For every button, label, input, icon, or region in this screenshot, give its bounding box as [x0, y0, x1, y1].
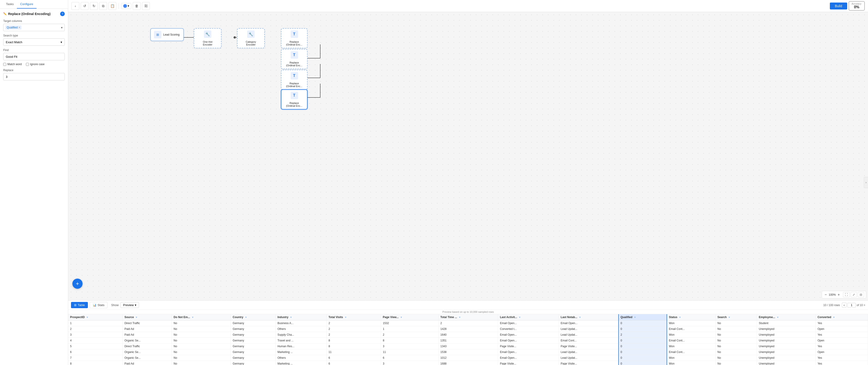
table-row: 6Organic Se...NoGermanyMarketing ...1111…: [68, 349, 868, 355]
zoom-extra: ⛶ ⤢ ⊟: [843, 292, 864, 297]
table-cell: Unemployed: [757, 361, 815, 365]
find-input[interactable]: [3, 53, 65, 60]
qualified-tag: Qualified ×: [5, 25, 22, 30]
node-one-hot[interactable]: 🔧 One HotEncoder: [194, 28, 221, 48]
lead-scoring-label: Lead Scoring: [163, 33, 180, 36]
table-cell: 1640: [438, 332, 498, 338]
target-columns-input[interactable]: Qualified × ▾: [3, 24, 65, 31]
canvas-area[interactable]: ⊞ Lead Scoring 🔧 One HotEncoder 🔧 Catego…: [68, 12, 868, 300]
expand-btn[interactable]: ⤢: [851, 292, 857, 297]
table-cell: 6: [68, 349, 123, 355]
node-replace-enc-1[interactable]: T Replace(Ordinal Enc...: [281, 28, 308, 48]
export-btn[interactable]: ⊟: [858, 292, 864, 297]
replace-label: Replace: [3, 69, 65, 72]
table-row: 1Direct TrafficNoGermanyBusiness A...215…: [68, 321, 868, 326]
col-header-lastnotable[interactable]: Last Notab... ▼: [559, 314, 618, 321]
delete-btn[interactable]: 🗑: [133, 2, 141, 10]
replace-input[interactable]: [3, 73, 65, 80]
node-lead-scoring[interactable]: ⊞ Lead Scoring: [150, 28, 184, 41]
col-header-country[interactable]: Country ▼: [231, 314, 276, 321]
table-cell: Germany: [231, 349, 276, 355]
fit-view-btn[interactable]: ⛶: [843, 292, 850, 297]
panel-title-row: ✏️ Replace (Ordinal Encoding) ?: [3, 11, 65, 16]
page-input[interactable]: [847, 303, 856, 307]
col-header-employment[interactable]: Employme... ▼: [757, 314, 815, 321]
tag-remove[interactable]: ×: [19, 26, 20, 29]
search-type-arrow: ▾: [61, 40, 62, 44]
toolbar-sep: [119, 3, 119, 9]
col-header-totalvisits[interactable]: Total Visits ▼: [327, 314, 381, 321]
col-header-qualified[interactable]: Qualified ▼: [619, 314, 667, 321]
zoom-out-btn[interactable]: −: [824, 293, 828, 297]
link-btn[interactable]: ⛓: [142, 2, 150, 10]
table-cell: Won: [667, 321, 716, 326]
col-header-status[interactable]: Status ▼: [667, 314, 716, 321]
back-btn[interactable]: ‹: [71, 2, 79, 10]
accuracy-badge: Accuracy: 0%: [848, 1, 865, 11]
table-cell: 1343: [438, 343, 498, 349]
col-header-industry[interactable]: Industry ▼: [275, 314, 327, 321]
col-header-source[interactable]: Source ▼: [123, 314, 172, 321]
table-cell: No: [715, 343, 757, 349]
table-cell: 7: [68, 355, 123, 361]
col-header-prospectid[interactable]: ProspectID ▼: [68, 314, 123, 321]
preview-note: Preview based on up to 10,000 sampled ro…: [68, 310, 868, 314]
table-cell: 2: [327, 332, 381, 338]
stats-tab-btn[interactable]: 📊 Stats: [90, 302, 107, 308]
show-select[interactable]: Preview ▾: [121, 302, 139, 308]
col-header-donotemail[interactable]: Do Not Em... ▼: [172, 314, 230, 321]
table-cell: Unemployed: [757, 338, 815, 343]
table-cell: No: [172, 349, 230, 355]
paste-btn[interactable]: 📋: [108, 2, 116, 10]
table-cell: Direct Traffic: [123, 321, 172, 326]
table-cell: No: [715, 332, 757, 338]
match-word-checkbox[interactable]: Match word: [3, 63, 22, 66]
table-cell: Lead Updat...: [559, 332, 618, 338]
replace-enc-1-icon: T: [291, 31, 298, 38]
table-cell: Won: [667, 355, 716, 361]
col-header-lastactivity[interactable]: Last Activit... ▼: [498, 314, 559, 321]
search-type-select[interactable]: Exact Match ▾: [3, 38, 65, 46]
node-category-enc[interactable]: 🔧 CategoryEncoder: [237, 28, 265, 48]
add-node-btn[interactable]: +: [72, 278, 83, 289]
table-cell: Email Open...: [498, 349, 559, 355]
tab-configure[interactable]: Configure: [17, 0, 36, 8]
build-button[interactable]: Build: [830, 3, 847, 9]
help-icon[interactable]: ?: [60, 11, 65, 16]
table-cell: Unemployed: [757, 332, 815, 338]
col-header-converted[interactable]: Converted ▼: [815, 314, 868, 321]
copy-btn[interactable]: ⧉: [99, 2, 107, 10]
one-hot-icon: 🔧: [204, 31, 211, 38]
table-cell: No: [715, 321, 757, 326]
tab-tasks[interactable]: Tasks: [3, 0, 17, 8]
table-cell: No: [715, 361, 757, 365]
page-nav: ‹ of 10 >: [842, 303, 865, 307]
col-header-pageviews[interactable]: Page View... ▼: [381, 314, 438, 321]
panel-content: ✏️ Replace (Ordinal Encoding) ? Target c…: [0, 9, 68, 365]
table-cell: No: [172, 321, 230, 326]
undo-btn[interactable]: ↺: [81, 2, 89, 10]
table-cell: Travel and ...: [275, 338, 327, 343]
ignore-case-checkbox[interactable]: Ignore case: [26, 63, 44, 66]
node-replace-enc-2[interactable]: T Replace(Ordinal Enc...: [281, 49, 308, 69]
redo-btn[interactable]: ↻: [90, 2, 98, 10]
table-cell: 2: [327, 321, 381, 326]
side-arrow[interactable]: ›: [864, 177, 868, 188]
page-total: of 10 >: [857, 304, 865, 307]
table-cell: Others: [275, 326, 327, 332]
page-prev-btn[interactable]: ‹: [842, 303, 846, 307]
table-cell: Won: [667, 361, 716, 365]
table-cell: Email Cont...: [667, 338, 716, 343]
node-replace-enc-4[interactable]: T Replace(Ordinal Enc...: [281, 90, 308, 109]
color-picker[interactable]: ▾: [121, 3, 131, 9]
col-header-totaltime[interactable]: Total Time ... ▼: [438, 314, 498, 321]
table-cell: Paid Ad: [123, 361, 172, 365]
table-cell: Germany: [231, 355, 276, 361]
table-cell: 2: [381, 332, 438, 338]
zoom-in-btn[interactable]: +: [837, 293, 841, 297]
zoom-value: 100%: [829, 293, 836, 296]
node-replace-enc-3[interactable]: T Replace(Ordinal Enc...: [281, 70, 308, 90]
table-container[interactable]: ProspectID ▼ Source ▼ Do Not Em... ▼ Cou…: [68, 314, 868, 365]
table-tab-btn[interactable]: ⊞ Table: [71, 302, 88, 308]
col-header-search[interactable]: Search ▼: [715, 314, 757, 321]
